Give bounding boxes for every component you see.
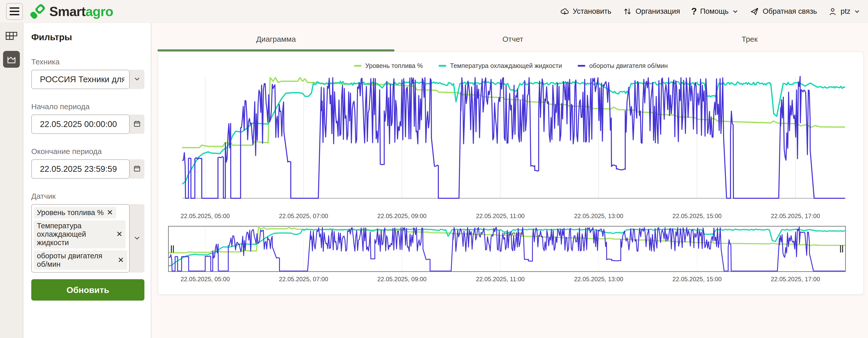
chevron-down-icon	[732, 8, 739, 15]
tab-report[interactable]: Отчет	[394, 27, 631, 51]
chart-card: Уровень топлива % Температура охлаждающе…	[158, 51, 864, 295]
smartagro-logo-icon	[29, 2, 47, 21]
sensor-tag-label: обороты двигателя об/мин	[37, 252, 115, 269]
legend-label: обороты двигателя об/мин	[589, 62, 668, 69]
feedback-label: Обратная связь	[763, 7, 817, 16]
chevron-down-icon	[133, 75, 141, 84]
brush-handle-right[interactable]	[840, 245, 843, 252]
chevron-down-icon	[133, 234, 141, 243]
chevron-down-icon	[854, 8, 860, 15]
swap-vertical-icon	[623, 7, 632, 16]
legend-item-coolant[interactable]: Температура охлаждающей жидкости	[439, 62, 562, 69]
x-tick-label: 22.05.2025, 05:00	[181, 213, 230, 219]
tech-dropdown-button[interactable]	[130, 70, 145, 89]
coolant-series-swatch	[439, 65, 446, 67]
feedback-button[interactable]: Обратная связь	[750, 7, 817, 16]
sensor-multiselect[interactable]: Уровень топлива % ✕ Температура охлаждаю…	[31, 204, 130, 273]
tech-label: Техника	[31, 58, 144, 66]
x-tick-label: 22.05.2025, 17:00	[771, 276, 820, 283]
period-end-label: Окончание периода	[31, 147, 144, 156]
x-tick-label: 22.05.2025, 11:00	[476, 276, 525, 283]
sensor-tag: Уровень топлива % ✕	[34, 207, 116, 218]
sensor-dropdown-button[interactable]	[130, 204, 145, 273]
fuel-series-swatch	[354, 65, 362, 67]
grid-icon	[5, 31, 18, 43]
paper-plane-icon	[750, 7, 760, 16]
legend-item-rpm[interactable]: обороты двигателя об/мин	[578, 62, 668, 69]
chart-icon	[6, 53, 17, 65]
sensor-label: Датчик	[31, 192, 144, 201]
period-end-group: Окончание периода	[31, 147, 144, 179]
legend-label: Уровень топлива %	[365, 62, 423, 69]
person-icon	[828, 7, 837, 16]
remove-tag-icon[interactable]: ✕	[116, 230, 123, 239]
sensor-filter-group: Датчик Уровень топлива % ✕ Температура о…	[31, 192, 144, 273]
top-bar: Smartagro Установить Организация ? П	[0, 0, 868, 23]
period-start-input[interactable]	[31, 115, 130, 134]
remove-tag-icon[interactable]: ✕	[118, 256, 124, 265]
sensor-tag-label: Температура охлаждающей жидкости	[37, 222, 113, 247]
period-start-group: Начало периода	[31, 102, 144, 134]
brush-handle-left[interactable]	[171, 245, 174, 252]
x-tick-label: 22.05.2025, 07:00	[279, 276, 328, 283]
legend-label: Температура охлаждающей жидкости	[450, 62, 562, 69]
main-content: Диаграмма Отчет Трек Уровень топлива % Т…	[151, 23, 868, 338]
tab-bar: Диаграмма Отчет Трек	[158, 27, 868, 51]
install-button[interactable]: Установить	[560, 7, 612, 16]
tech-filter-group: Техника	[31, 58, 144, 89]
install-label: Установить	[573, 7, 612, 16]
x-tick-label: 22.05.2025, 09:00	[377, 213, 427, 219]
sensor-tag: обороты двигателя об/мин ✕	[34, 250, 127, 270]
update-button[interactable]: Обновить	[31, 279, 145, 301]
menu-button[interactable]	[6, 3, 23, 20]
period-end-input[interactable]	[31, 159, 130, 179]
rail-item-diagram[interactable]	[3, 51, 20, 68]
brand-logo[interactable]: Smartagro	[29, 2, 113, 21]
overview-brush-chart[interactable]: 22.05.2025, 05:0022.05.2025, 07:0022.05.…	[158, 226, 863, 287]
organization-button[interactable]: Организация	[623, 7, 680, 16]
sensor-tag: Температура охлаждающей жидкости ✕	[34, 220, 126, 248]
username-label: ptz	[841, 7, 850, 16]
series-line	[183, 76, 845, 198]
filters-panel: Фильтры Техника Начало периода	[23, 23, 151, 338]
period-start-label: Начало периода	[31, 102, 144, 111]
x-tick-label: 22.05.2025, 17:00	[771, 213, 820, 219]
period-end-calendar-button[interactable]	[130, 159, 145, 179]
x-tick-label: 22.05.2025, 15:00	[673, 276, 722, 283]
x-tick-label: 22.05.2025, 11:00	[476, 213, 525, 219]
x-tick-label: 22.05.2025, 15:00	[673, 213, 722, 219]
chart-legend: Уровень топлива % Температура охлаждающе…	[158, 62, 863, 69]
sensor-tag-label: Уровень топлива %	[37, 208, 104, 217]
tab-diagram[interactable]: Диаграмма	[158, 27, 394, 51]
organization-label: Организация	[636, 7, 680, 16]
rpm-series-swatch	[578, 65, 585, 67]
cloud-download-icon	[560, 7, 569, 16]
brand-name: Smartagro	[49, 4, 113, 19]
filters-title: Фильтры	[31, 32, 144, 42]
series-line	[169, 227, 845, 271]
calendar-icon	[133, 164, 141, 174]
tab-track[interactable]: Трек	[631, 27, 868, 51]
remove-tag-icon[interactable]: ✕	[107, 208, 113, 217]
top-navigation: Установить Организация ? Помощь	[560, 6, 861, 17]
time-series-chart[interactable]: 22.05.2025, 05:0022.05.2025, 07:0022.05.…	[158, 72, 863, 240]
x-tick-label: 22.05.2025, 05:00	[181, 276, 230, 283]
icon-rail	[0, 23, 23, 338]
tech-input[interactable]	[31, 70, 130, 89]
user-menu[interactable]: ptz	[828, 7, 860, 16]
help-label: Помощь	[700, 7, 729, 16]
period-start-calendar-button[interactable]	[130, 115, 145, 134]
x-tick-label: 22.05.2025, 07:00	[279, 213, 328, 219]
calendar-icon	[133, 120, 141, 129]
rail-item-table[interactable]	[3, 29, 20, 45]
help-menu[interactable]: ? Помощь	[691, 6, 739, 17]
question-mark-icon: ?	[691, 6, 697, 17]
x-tick-label: 22.05.2025, 09:00	[377, 276, 427, 283]
x-tick-label: 22.05.2025, 13:00	[574, 276, 623, 283]
legend-item-fuel[interactable]: Уровень топлива %	[354, 62, 423, 69]
x-tick-label: 22.05.2025, 13:00	[574, 213, 623, 219]
